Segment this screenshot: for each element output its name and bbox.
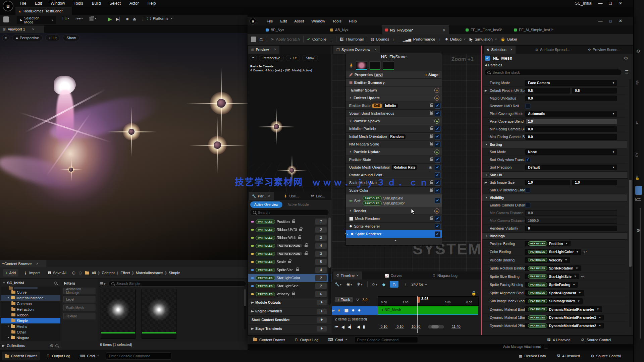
apply-scratch-button[interactable]: ➤Apply Scratch <box>271 37 300 42</box>
node-row-0[interactable]: 🖉PropertiesCPU+ Stage <box>346 71 442 78</box>
property-row[interactable]: Pixel Coverage ModeAutomatic▼ <box>482 110 627 118</box>
property-row[interactable]: Sub Image Size▶1.01.0 <box>482 179 627 186</box>
menu-tools[interactable]: Tools <box>69 0 88 7</box>
node-row-6[interactable]: ▼Particle Spawn+ <box>346 117 442 125</box>
slider-thumb[interactable] <box>431 325 439 328</box>
collections-row[interactable]: ▶ Collections ⊕ <box>0 341 61 350</box>
emitter-node[interactable]: NS_FlyStone 🧍 🖉PropertiesCPU+ Stage☰Emit… <box>345 53 442 246</box>
add-module-icon[interactable]: + <box>434 96 439 101</box>
asset-tab-BP_Nyx[interactable]: BP_Nyx <box>262 25 298 34</box>
property-row[interactable]: Macro UVRadius0.0 <box>482 95 627 102</box>
asset-search-input[interactable]: Search Simple <box>116 282 141 286</box>
property-row[interactable]: Sprite Rotation BindingPARTICLESSpriteRo… <box>482 264 627 273</box>
search-icon[interactable] <box>55 344 58 347</box>
enabled-checkbox[interactable]: ✓ <box>435 224 440 229</box>
parameter-row[interactable]: PARTICLESStarLightSzie2 <box>248 282 331 290</box>
tree-item-curve[interactable]: Curve <box>1 289 60 295</box>
binding-dropdown[interactable]: PARTICLESSpriteAlignment▼ <box>525 290 584 296</box>
play-icon[interactable]: ▶ <box>108 16 112 22</box>
parameter-row[interactable]: PARTICLESScale5 <box>248 258 331 266</box>
import-button[interactable]: ⭳Import <box>21 269 42 277</box>
source-control-button[interactable]: ⊘Source Control <box>588 352 624 360</box>
menu-edit[interactable]: Edit <box>277 17 291 25</box>
checkbox[interactable]: ✓ <box>525 157 530 162</box>
search-icon[interactable] <box>54 282 57 285</box>
checkbox[interactable] <box>525 188 530 193</box>
asset-tab-AB_Nyx[interactable]: AB_Nyx <box>327 25 362 34</box>
dropdown[interactable]: Automatic▼ <box>525 111 617 117</box>
breadcrumb-item[interactable]: Content <box>102 271 115 275</box>
close-icon[interactable]: ✕ <box>356 274 359 277</box>
node-row-19[interactable]: ✹Sprite Renderer✓ <box>346 222 442 230</box>
menu-asset[interactable]: Asset <box>290 17 308 25</box>
browse-icon[interactable]: 🗀 <box>259 37 264 42</box>
node-row-7[interactable]: Initialize Particle✓ <box>346 125 442 132</box>
show-button[interactable]: Show <box>63 35 79 41</box>
compile-button[interactable]: ✔Compile⋮ <box>307 37 333 42</box>
bounds-button[interactable]: ◍Bounds⋮ <box>371 37 396 42</box>
show-button[interactable]: Show <box>302 55 318 61</box>
close-icon[interactable]: ✕ <box>510 48 513 51</box>
property-row[interactable]: Sort Only when Transl...✓ <box>482 156 627 164</box>
snap-icon[interactable]: ∩ <box>390 281 398 288</box>
time-field[interactable]: -0.10 <box>395 324 404 329</box>
save-all-button[interactable]: 🖪Save All <box>45 269 69 277</box>
enabled-checkbox[interactable]: ✓ <box>435 103 440 109</box>
enabled-checkbox[interactable]: ✓ <box>435 126 440 132</box>
section-sub-uv[interactable]: ▼Sub UV <box>482 171 627 179</box>
checkbox[interactable] <box>525 104 530 109</box>
unsaved-button[interactable]: 🖫4 Unsaved <box>544 336 574 343</box>
property-row[interactable]: Dynamic Material 2Bin...PARTICLESDynamic… <box>482 322 627 330</box>
panel-splitter[interactable] <box>481 46 482 335</box>
property-row[interactable]: Color BindingPARTICLESStarLightColor▼↩ <box>482 248 627 256</box>
property-row[interactable]: Pixel Coverage Blend1.0 <box>482 118 627 125</box>
enabled-checkbox[interactable]: ✓ <box>435 141 440 147</box>
menu-window[interactable]: Window <box>46 0 69 7</box>
node-row-9[interactable]: NM Niagara Scale✓ <box>346 140 442 148</box>
checkbox[interactable] <box>544 345 548 349</box>
close-icon[interactable]: ✕ <box>615 0 626 7</box>
params-section-0[interactable]: ▶Module Outputs+ <box>248 298 331 307</box>
node-row-12[interactable]: Update Mesh OrientationRotation Rate◉✓ <box>346 163 442 171</box>
lock-icon[interactable]: 🔓 <box>635 176 639 180</box>
reset-icon[interactable]: ↩ <box>583 249 587 254</box>
content-browser-tab[interactable]: Content Browser ✕ <box>0 260 46 267</box>
property-row[interactable]: Sprite Facing BindingPARTICLESSpriteFaci… <box>482 281 627 289</box>
filter-1[interactable]: Level <box>63 296 96 303</box>
emitter-thumb[interactable] <box>383 61 394 69</box>
tree-item-simple[interactable]: Simple <box>1 318 60 323</box>
source-control-button[interactable]: ⊘Source Control <box>578 336 614 343</box>
selection-tab-0[interactable]: ✥Selection✕ <box>484 46 516 54</box>
node-row-17[interactable]: ▼Render+ <box>346 207 442 215</box>
active-overview-button[interactable]: Active Overview <box>250 201 282 208</box>
property-row[interactable]: Min Facing Camera Bl...0.0 <box>482 125 627 133</box>
section-bindings[interactable]: ▼Bindings <box>482 232 627 240</box>
prev-key-icon[interactable]: ◀̥ <box>341 324 344 329</box>
section-sorting[interactable]: ▼Sorting <box>482 141 627 148</box>
cmd-button[interactable]: ⌨Cmd▼ <box>76 352 102 360</box>
time-field[interactable]: 11.40 <box>451 324 461 329</box>
add-icon[interactable]: + <box>317 309 327 314</box>
dropdown[interactable]: Default▼ <box>525 165 617 170</box>
menu-actor[interactable]: Actor <box>125 0 143 7</box>
blueprint-icon[interactable]: ∙⊶▼ <box>75 16 84 21</box>
binding-dropdown[interactable]: PARTICLESSpriteRotation▼ <box>525 265 581 271</box>
scrollbar[interactable] <box>629 79 632 327</box>
tree-item-meshs[interactable]: ▼Meshs <box>1 323 60 329</box>
selection-mode-button[interactable]: ➤ Selection Mode ▼ <box>17 16 56 24</box>
add-actor-icon[interactable]: ❒+▼ <box>62 16 70 21</box>
tree-root-label[interactable]: SC_Initial <box>7 281 24 285</box>
node-row-10[interactable]: ▼Particle Update+ <box>346 148 442 156</box>
add-icon[interactable]: + <box>317 300 327 305</box>
eject-icon[interactable]: ⏏ <box>132 17 136 21</box>
node-row-1[interactable]: ☰Emitter Summary <box>346 78 442 86</box>
burnin-icon[interactable]: ❋▼ <box>357 282 363 287</box>
node-row-18[interactable]: ⬜Mesh Renderer✓ <box>346 215 442 222</box>
parameter-row[interactable]: PARTICLESROTATE AROU3 <box>248 250 331 258</box>
property-row[interactable]: Min Camera Distance0.0 <box>482 209 627 217</box>
add-stage-button[interactable]: + Stage <box>425 73 438 77</box>
binding-dropdown[interactable]: PARTICLESSpriteFacing▼ <box>525 282 578 288</box>
maximize-icon[interactable]: □ <box>605 18 615 24</box>
property-row[interactable]: Dynamic Material Bind...PARTICLESDynamic… <box>482 305 627 314</box>
back-icon[interactable]: ⊙ <box>72 270 76 276</box>
